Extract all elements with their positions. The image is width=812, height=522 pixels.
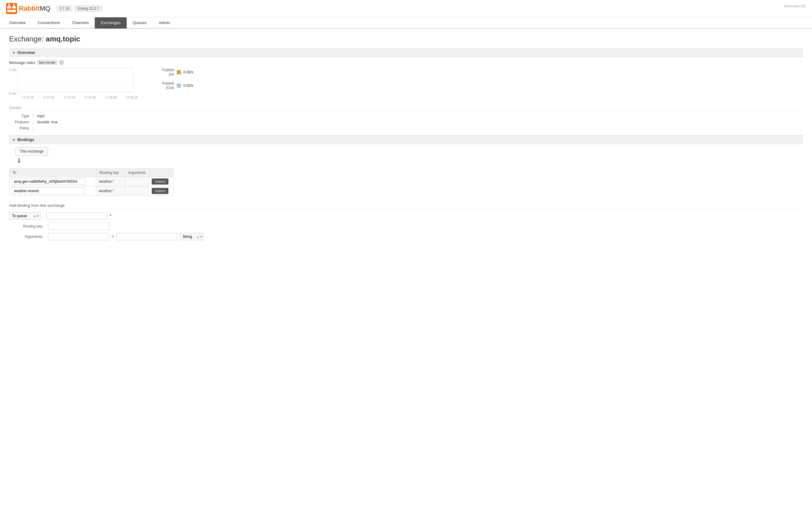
- chart-y-top: 1.0/s: [9, 68, 17, 72]
- overview-section-header[interactable]: ▼ Overview: [9, 48, 803, 57]
- detail-key-features: Features: [9, 120, 34, 124]
- bindings-section-title: Bindings: [17, 137, 35, 142]
- add-binding-title: Add binding from this exchange: [9, 203, 803, 209]
- type-select[interactable]: String Number Boolean: [180, 233, 204, 240]
- routing-key-cell-2: weather.*: [96, 186, 125, 196]
- page-content: Exchange: amq.topic ▼ Overview Message r…: [0, 28, 812, 249]
- top-bar: RabbitMQ 3.7.16 Erlang 22.0.7 Refreshed …: [0, 0, 812, 17]
- logo: RabbitMQ: [6, 3, 50, 14]
- bindings-arrow: ⇓: [17, 157, 803, 164]
- legend-publish-in-color: [177, 70, 181, 74]
- overview-toggle-arrow: ▼: [12, 51, 16, 55]
- action-cell-1: Unbind: [149, 177, 174, 186]
- this-exchange-box: This exchange: [15, 147, 48, 156]
- bindings-section-body: This exchange ⇓ To Routing key Arguments…: [9, 147, 803, 240]
- table-row: weather.* Unbind: [9, 177, 174, 186]
- detail-row-features: Features durable: true: [9, 120, 803, 124]
- required-star: *: [110, 214, 111, 218]
- nav-admin[interactable]: Admin: [153, 17, 176, 28]
- detail-value-features: durable: true: [34, 120, 58, 124]
- svg-rect-2: [12, 6, 16, 8]
- details-section: Details Type topic Features durable: tru…: [9, 105, 803, 130]
- detail-row-type: Type topic: [9, 114, 803, 118]
- nav-queues[interactable]: Queues: [127, 17, 153, 28]
- to-queue-select-wrapper[interactable]: To queue To exchange ▲▼: [9, 212, 41, 220]
- chart-container: 1.0/s 0.0/s 17:37:20 17:37:30 1: [9, 68, 803, 99]
- nav-exchanges[interactable]: Exchanges: [95, 17, 126, 28]
- nav-connections[interactable]: Connections: [32, 17, 66, 28]
- nav-channels[interactable]: Channels: [66, 17, 95, 28]
- rabbitmq-logo-icon: [6, 3, 17, 14]
- version-badge: 3.7.16: [57, 5, 72, 12]
- action-cell-2: Unbind: [149, 186, 174, 196]
- nav-overview[interactable]: Overview: [3, 17, 32, 28]
- chart-y-bottom: 0.0/s: [9, 92, 17, 95]
- details-title: Details: [9, 105, 803, 112]
- legend-publish-out-label: Publish(Out): [150, 81, 174, 90]
- col-arguments: Arguments: [125, 169, 149, 177]
- col-routing-key: Routing key: [96, 169, 125, 177]
- exchange-name: amq.topic: [46, 35, 80, 43]
- queue-cell-1: [9, 177, 96, 186]
- svg-point-4: [8, 4, 10, 6]
- overview-section-title: Overview: [17, 50, 35, 55]
- args-cell-2: [125, 186, 149, 196]
- bindings-flow: This exchange ⇓: [15, 147, 803, 164]
- legend-publish-out: Publish(Out) 0.00/s: [150, 81, 194, 90]
- arguments-key-input[interactable]: [48, 233, 109, 240]
- queue-cell-2: [9, 186, 96, 196]
- bindings-table-header-row: To Routing key Arguments: [9, 169, 174, 177]
- svg-rect-3: [7, 10, 16, 12]
- detail-value-policy: [34, 126, 37, 130]
- message-rates-label: Message rates last minute ?: [9, 60, 803, 65]
- refreshed-text: Refreshed 201: [784, 4, 806, 8]
- type-select-wrapper[interactable]: String Number Boolean ▲▼: [180, 233, 204, 240]
- routing-key-cell-1: weather.*: [96, 177, 125, 186]
- svg-rect-1: [7, 6, 11, 8]
- bindings-table: To Routing key Arguments weather.* Unbin…: [9, 168, 174, 196]
- legend-publish-out-color: [177, 83, 181, 88]
- routing-key-input[interactable]: [48, 223, 109, 230]
- chart-y-labels: 1.0/s 0.0/s: [9, 68, 17, 95]
- nav-bar: Overview Connections Channels Exchanges …: [0, 17, 812, 28]
- legend-publish-in-value: 0.00/s: [183, 70, 194, 74]
- svg-point-5: [13, 4, 15, 6]
- chart-wrapper: 1.0/s 0.0/s 17:37:20 17:37:30 1: [9, 68, 138, 99]
- queue-input-1[interactable]: [12, 178, 85, 185]
- erlang-badge: Erlang 22.0.7: [75, 5, 102, 12]
- logo-text: RabbitMQ: [19, 4, 50, 13]
- interval-badge[interactable]: last minute: [37, 60, 57, 65]
- detail-key-type: Type: [9, 114, 34, 118]
- detail-row-policy: Policy: [9, 126, 803, 130]
- table-row: weather.* Unbind: [9, 186, 174, 196]
- col-action: [149, 169, 174, 177]
- bindings-toggle-arrow: ▼: [12, 138, 16, 142]
- form-row-routing-key: Routing key:: [9, 223, 803, 230]
- unbind-button-1[interactable]: Unbind: [152, 179, 168, 184]
- arguments-label: Arguments:: [9, 235, 46, 239]
- form-row-to: To queue To exchange ▲▼ : *: [9, 212, 803, 220]
- legend-publish-in: Publish(In) 0.00/s: [150, 68, 194, 77]
- help-icon[interactable]: ?: [59, 60, 64, 65]
- add-binding-section: Add binding from this exchange To queue …: [9, 203, 803, 240]
- form-row-arguments: Arguments: = String Number Boolean ▲▼: [9, 233, 803, 240]
- page-title: Exchange: amq.topic: [9, 35, 803, 43]
- detail-value-type: topic: [34, 114, 45, 118]
- col-to: To: [9, 169, 96, 177]
- details-table: Type topic Features durable: true Policy: [9, 114, 803, 130]
- detail-key-policy: Policy: [9, 126, 34, 130]
- routing-key-label: Routing key:: [9, 224, 46, 228]
- overview-section-body: Message rates last minute ? 1.0/s 0.0/s: [9, 60, 803, 130]
- chart-x-labels: 17:37:20 17:37:30 17:37:40 17:37:50 17:3…: [22, 96, 138, 99]
- chart-svg: [18, 68, 134, 92]
- unbind-button-2[interactable]: Unbind: [152, 188, 168, 194]
- equals-sign: =: [111, 234, 114, 239]
- args-cell-1: [125, 177, 149, 186]
- queue-input-2[interactable]: [12, 187, 85, 194]
- arguments-value-input[interactable]: [116, 233, 177, 240]
- legend-publish-in-label: Publish(In): [150, 68, 174, 77]
- bindings-section-header[interactable]: ▼ Bindings: [9, 135, 803, 144]
- chart-legend: Publish(In) 0.00/s Publish(Out) 0.00/s: [150, 68, 194, 90]
- to-queue-select[interactable]: To queue To exchange: [9, 212, 41, 220]
- to-queue-input[interactable]: [46, 212, 107, 220]
